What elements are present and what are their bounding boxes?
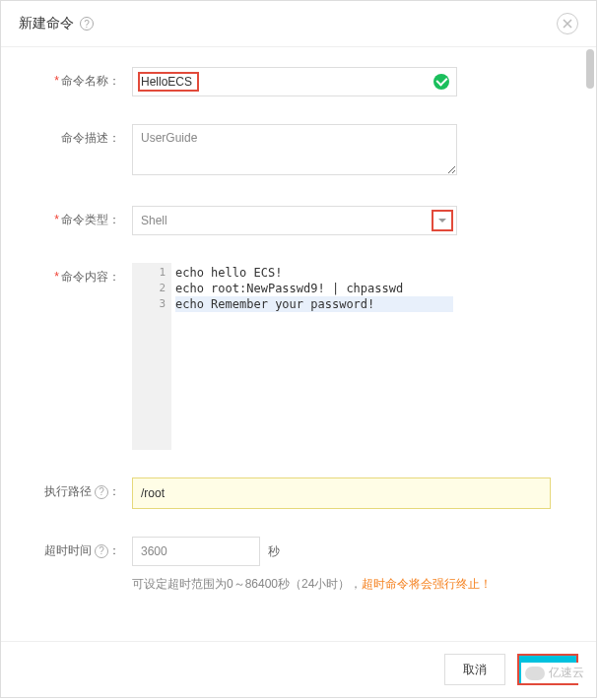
- editor-lines: echo hello ECS! echo root:NewPasswd9! | …: [171, 263, 457, 314]
- code-line: echo hello ECS!: [175, 265, 453, 281]
- editor-gutter: 1 2 3: [132, 263, 171, 312]
- chevron-down-icon[interactable]: [432, 210, 453, 231]
- help-icon[interactable]: ?: [95, 544, 108, 558]
- row-command-type: *命令类型：: [19, 206, 578, 235]
- label-command-desc: 命令描述：: [19, 124, 132, 147]
- timeout-unit: 秒: [268, 537, 280, 566]
- cancel-button[interactable]: 取消: [444, 654, 505, 685]
- label-timeout: 超时时间 ?：: [19, 537, 132, 559]
- modal-header: 新建命令 ?: [1, 1, 596, 46]
- modal-title: 新建命令 ?: [19, 15, 94, 32]
- modal-footer: 取消: [1, 641, 596, 697]
- command-name-input[interactable]: [132, 67, 457, 96]
- required-star: *: [54, 74, 59, 88]
- help-icon[interactable]: ?: [95, 485, 108, 499]
- create-command-modal: 新建命令 ? *命令名称： 命令描述：: [0, 0, 597, 698]
- timeout-input[interactable]: [132, 537, 260, 566]
- close-icon[interactable]: [557, 13, 578, 34]
- cloud-icon: [525, 667, 545, 680]
- required-star: *: [54, 213, 59, 226]
- timeout-hint: 可设定超时范围为0～86400秒（24小时），超时命令将会强行终止！: [132, 576, 557, 593]
- watermark: 亿速云: [521, 663, 588, 683]
- code-line: echo Remember your password!: [175, 296, 453, 312]
- check-icon: [433, 74, 449, 90]
- command-type-select[interactable]: [132, 206, 457, 235]
- modal-body: *命令名称： 命令描述： UserGuide *命令类型：: [1, 46, 596, 641]
- modal-title-text: 新建命令: [19, 15, 74, 32]
- row-timeout: 超时时间 ?： 秒 可设定超时范围为0～86400秒（24小时），超时命令将会强…: [19, 537, 578, 593]
- label-command-content: *命令内容：: [19, 263, 132, 286]
- row-exec-path: 执行路径 ?：: [19, 477, 578, 509]
- scrollbar[interactable]: [586, 49, 594, 89]
- row-command-content: *命令内容： 1 2 3 echo hello ECS! echo root:N…: [19, 263, 578, 450]
- row-command-name: *命令名称：: [19, 67, 578, 96]
- watermark-text: 亿速云: [549, 665, 584, 681]
- help-icon[interactable]: ?: [80, 17, 94, 31]
- code-line: echo root:NewPasswd9! | chpasswd: [175, 281, 453, 296]
- label-exec-path: 执行路径 ?：: [19, 477, 132, 500]
- command-desc-input[interactable]: UserGuide: [132, 124, 457, 175]
- command-content-editor[interactable]: 1 2 3 echo hello ECS! echo root:NewPassw…: [132, 263, 457, 450]
- label-command-type: *命令类型：: [19, 206, 132, 228]
- exec-path-input[interactable]: [132, 477, 551, 509]
- row-command-desc: 命令描述： UserGuide: [19, 124, 578, 178]
- required-star: *: [54, 270, 59, 284]
- label-command-name: *命令名称：: [19, 67, 132, 90]
